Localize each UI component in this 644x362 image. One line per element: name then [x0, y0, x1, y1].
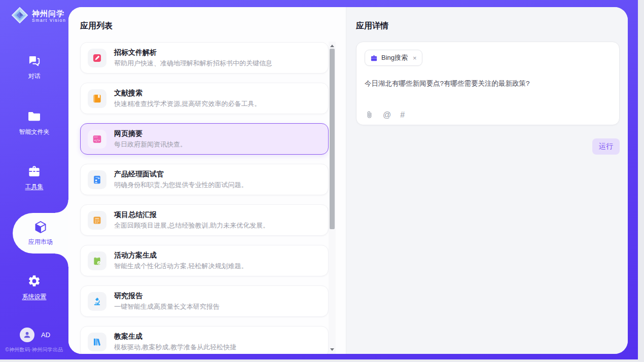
app-card-description: 一键智能生成高质量长文本研究报告 — [114, 302, 220, 311]
cube-icon — [33, 221, 48, 234]
app-window: 神州问学 Smart Vision 对话 智能文件夹 工具集 应用市场 系统设置… — [0, 0, 638, 359]
notepad-icon — [88, 211, 106, 230]
scroll-down-icon[interactable] — [329, 346, 336, 352]
app-card-name: 教案生成 — [114, 332, 236, 341]
gear-icon — [27, 274, 41, 288]
app-card-1[interactable]: 招标文件解析 帮助用户快速、准确地理解和解析招标书中的关键信息 — [80, 42, 329, 74]
avatar — [20, 328, 34, 342]
sidebar-item-cube[interactable]: 应用市场 — [13, 213, 68, 254]
app-card-5[interactable]: 项目总结汇报 全面回顾项目进展,总结经验教训,助力未来优化发展。 — [80, 204, 329, 236]
app-detail-title: 应用详情 — [356, 21, 620, 31]
prompt-card: Bing搜索 × 今日湖北有哪些新闻要点?有哪些需要关注的最新政策? @# — [356, 42, 620, 125]
browser-code-icon: </> — [88, 130, 106, 149]
toolbox-icon — [27, 164, 41, 178]
input-toolbar: @# — [365, 111, 405, 119]
app-card-description: 模板驱动,教案秒成,教学准备从此轻松快捷 — [114, 343, 236, 352]
books-icon — [88, 333, 106, 351]
app-card-8[interactable]: 教案生成 模板驱动,教案秒成,教学准备从此轻松快捷 — [80, 326, 329, 354]
tool-chip-label: Bing搜索 — [381, 53, 408, 62]
sidebar-nav: 对话 智能文件夹 工具集 应用市场 系统设置 — [0, 0, 68, 359]
sidebar-item-toolbox[interactable]: 工具集 — [0, 164, 68, 191]
app-card-2[interactable]: 文献搜索 快速精准查找学术资源,提高研究效率的必备工具。 — [80, 83, 329, 114]
hash-icon[interactable]: # — [400, 111, 405, 119]
copyright-footer: ©神州数码·神州问学出品 — [0, 346, 68, 353]
chip-close-icon[interactable]: × — [413, 55, 417, 61]
user-profile[interactable]: AD — [20, 328, 50, 342]
briefcase-icon — [370, 54, 378, 62]
folder-icon — [27, 110, 41, 123]
run-row: 运行 — [356, 138, 620, 155]
app-card-description: 帮助用户快速、准确地理解和解析招标书中的关键信息 — [114, 59, 272, 68]
chat-icon — [27, 54, 41, 67]
at-sign-icon[interactable]: @ — [383, 111, 391, 119]
nav-label: 系统设置 — [22, 293, 47, 301]
nav-label: 对话 — [28, 72, 41, 81]
clipboard-check-icon — [88, 251, 106, 270]
nav-label: 应用市场 — [28, 238, 53, 246]
app-card-name: 文献搜索 — [114, 89, 261, 98]
paperclip-icon[interactable] — [365, 111, 374, 119]
user-initials: AD — [41, 331, 50, 339]
nav-label: 工具集 — [25, 183, 44, 191]
app-card-name: 产品经理面试官 — [114, 170, 248, 179]
sidebar-item-folder[interactable]: 智能文件夹 — [0, 110, 68, 136]
app-list-panel: 应用列表 招标文件解析 帮助用户快速、准确地理解和解析招标书中的关键信息 文献搜… — [68, 7, 346, 354]
svg-text:</>: </> — [94, 138, 100, 141]
app-card-6[interactable]: 活动方案生成 智能生成个性化活动方案,轻松解决规划难题。 — [80, 245, 329, 276]
app-card-4[interactable]: 产品经理面试官 明确身份和职责,为您提供专业性的面试问题。 — [80, 164, 329, 195]
main-content: 应用列表 招标文件解析 帮助用户快速、准确地理解和解析招标书中的关键信息 文献搜… — [68, 7, 628, 354]
doc-person-icon — [88, 170, 106, 189]
app-list-scrollbar[interactable] — [329, 42, 336, 354]
app-card-7[interactable]: 研究报告 一键智能生成高质量长文本研究报告 — [80, 285, 329, 317]
sidebar-item-chat[interactable]: 对话 — [0, 54, 68, 81]
book-icon — [88, 89, 106, 108]
app-card-name: 项目总结汇报 — [114, 210, 269, 220]
nav-label: 智能文件夹 — [19, 128, 50, 136]
scrollbar-thumb[interactable] — [330, 49, 335, 229]
app-card-description: 全面回顾项目进展,总结经验教训,助力未来优化发展。 — [114, 221, 269, 230]
sidebar-item-gear[interactable]: 系统设置 — [0, 274, 68, 301]
app-card-name: 研究报告 — [114, 292, 220, 301]
app-card-description: 快速精准查找学术资源,提高研究效率的必备工具。 — [114, 99, 261, 108]
app-list-title: 应用列表 — [80, 21, 346, 31]
app-detail-panel: 应用详情 Bing搜索 × 今日湖北有哪些新闻要点?有哪些需要关注的最新政策? … — [346, 7, 628, 354]
scroll-up-icon[interactable] — [329, 43, 336, 49]
app-card-description: 智能生成个性化活动方案,轻松解决规划难题。 — [114, 262, 248, 271]
sidebar: 神州问学 Smart Vision 对话 智能文件夹 工具集 应用市场 系统设置… — [0, 0, 68, 359]
app-card-name: 活动方案生成 — [114, 251, 248, 260]
app-card-3[interactable]: </> 网页摘要 每日政府新闻资讯快查。 — [80, 123, 329, 155]
app-card-description: 明确身份和职责,为您提供专业性的面试问题。 — [114, 180, 248, 190]
query-text[interactable]: 今日湖北有哪些新闻要点?有哪些需要关注的最新政策? — [365, 79, 611, 88]
tool-chip-bing-search[interactable]: Bing搜索 × — [365, 50, 422, 66]
app-card-name: 招标文件解析 — [114, 48, 272, 57]
app-card-description: 每日政府新闻资讯快查。 — [114, 140, 187, 149]
edit-doc-icon — [88, 49, 106, 67]
app-list: 招标文件解析 帮助用户快速、准确地理解和解析招标书中的关键信息 文献搜索 快速精… — [80, 42, 329, 354]
microscope-icon — [88, 292, 106, 311]
run-button[interactable]: 运行 — [592, 138, 620, 155]
app-card-name: 网页摘要 — [114, 129, 187, 138]
